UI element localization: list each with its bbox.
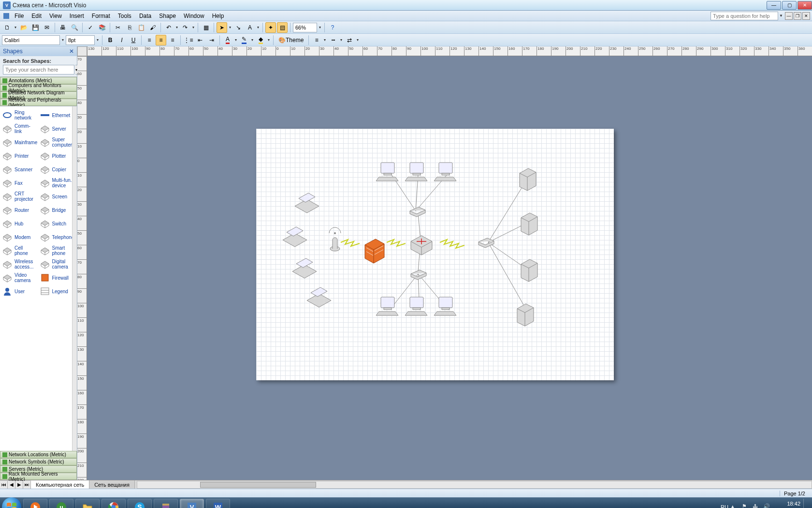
shapes-scrollbar[interactable] (72, 106, 77, 451)
shape-item-firewall[interactable]: Firewall (39, 271, 76, 284)
shape-item-legend[interactable]: Legend (39, 284, 76, 298)
shape-item-modem[interactable]: Modem (1, 230, 39, 244)
copy-button[interactable]: ⎘ (124, 22, 135, 33)
tab-nav-prev-button[interactable]: ◀ (8, 481, 15, 489)
pointer-dropdown-icon[interactable]: ▾ (228, 25, 232, 30)
shapes-window-button[interactable]: ▦ (201, 22, 211, 33)
email-button[interactable]: ✉ (42, 22, 52, 33)
stencil-bar[interactable]: Network Locations (Metric) (0, 451, 77, 458)
shape-item-smartphone[interactable]: Smart phone (39, 244, 76, 257)
print-preview-button[interactable]: 🔍 (69, 22, 80, 33)
shape-item-ring[interactable]: Ring network (1, 108, 39, 122)
redo-button[interactable]: ↷ (180, 22, 190, 33)
menu-edit[interactable]: Edit (28, 12, 45, 20)
font-size-dropdown-icon[interactable]: ▾ (96, 38, 100, 42)
show-desktop-button[interactable] (803, 499, 807, 508)
shape-item-wap[interactable]: Wireless access... (1, 257, 39, 271)
shapes-search-input[interactable] (3, 65, 74, 75)
shape-item-user[interactable]: User (1, 284, 39, 298)
new-button[interactable]: 🗋 (2, 22, 13, 33)
shape-item-hub[interactable]: Hub (1, 217, 39, 230)
shape-item-copier[interactable]: Copier (39, 163, 76, 176)
router-shape[interactable] (411, 236, 432, 255)
system-clock[interactable]: 18:42 24.02.2014 (774, 501, 800, 508)
drawing-canvas[interactable] (87, 56, 812, 480)
taskbar-winrar-button[interactable] (154, 499, 178, 508)
firewall-shape[interactable] (365, 239, 384, 263)
server-shape[interactable] (520, 168, 536, 191)
font-name-dropdown-icon[interactable]: ▾ (61, 38, 65, 42)
stamp-tool-button[interactable]: ▤ (277, 22, 288, 33)
tab-nav-last-button[interactable]: ⏭ (23, 481, 31, 489)
laptop-shape[interactable] (292, 258, 317, 278)
cut-button[interactable]: ✂ (113, 22, 123, 33)
align-right-button[interactable]: ≡ (167, 35, 178, 45)
wireless-ap-shape[interactable] (329, 227, 341, 251)
print-button[interactable]: 🖶 (58, 22, 68, 33)
menu-view[interactable]: View (45, 12, 66, 20)
pc-shape[interactable] (376, 163, 398, 181)
bold-button[interactable]: B (105, 35, 116, 45)
mdi-close-button[interactable]: ✕ (802, 12, 810, 20)
tray-flag-icon[interactable]: ⚑ (742, 503, 750, 508)
taskbar-word-button[interactable]: W (206, 499, 230, 508)
horizontal-scrollbar[interactable] (137, 481, 812, 489)
help-button[interactable]: ? (327, 22, 338, 33)
minimize-button[interactable]: — (767, 1, 781, 10)
spelling-button[interactable]: ✓ (85, 22, 96, 33)
shape-item-commlink[interactable]: Comm-link (1, 122, 39, 135)
shape-item-router[interactable]: Router (1, 203, 39, 217)
language-indicator[interactable]: RU (721, 504, 728, 508)
tab-nav-next-button[interactable]: ▶ (15, 481, 23, 489)
shape-item-ethernet[interactable]: Ethernet (39, 108, 76, 122)
shape-item-switch[interactable]: Switch (39, 217, 76, 230)
line-ends-dropdown-icon[interactable]: ▾ (356, 38, 360, 42)
server-shape[interactable] (521, 259, 537, 282)
taskbar-mediaplayer-button[interactable] (23, 499, 47, 508)
save-button[interactable]: 💾 (30, 22, 41, 33)
taskbar-explorer-button[interactable] (75, 499, 100, 508)
open-button[interactable]: 📂 (18, 22, 29, 33)
menu-file[interactable]: File (11, 12, 28, 20)
server-shape[interactable] (517, 304, 534, 326)
align-left-button[interactable]: ≡ (144, 35, 155, 45)
stencil-bar[interactable]: Network Symbols (Metric) (0, 458, 77, 465)
shape-item-mfd[interactable]: Multi-fun. device (39, 176, 76, 190)
menu-insert[interactable]: Insert (66, 12, 88, 20)
shape-item-crtproj[interactable]: CRT projector (1, 190, 39, 203)
drawing-page[interactable] (256, 129, 614, 380)
theme-button[interactable]: 🎨 Theme (276, 35, 306, 45)
text-dropdown-icon[interactable]: ▾ (256, 25, 260, 30)
fill-color-button[interactable]: ◆ (255, 35, 266, 45)
italic-button[interactable]: I (116, 35, 127, 45)
page-tab-inactive[interactable]: Сеть вещания (89, 480, 135, 489)
zoom-input[interactable] (293, 23, 317, 32)
shape-item-supercomp[interactable]: Super computer (39, 135, 76, 149)
pc-shape[interactable] (405, 297, 427, 315)
undo-button[interactable]: ↶ (163, 22, 174, 33)
pc-shape[interactable] (434, 163, 456, 181)
mdi-restore-button[interactable]: ❐ (794, 12, 801, 20)
font-color-dropdown-icon[interactable]: ▾ (234, 38, 238, 42)
laptop-shape[interactable] (283, 227, 307, 247)
increase-indent-button[interactable]: ⇥ (206, 35, 217, 45)
help-dropdown-icon[interactable]: ▼ (778, 14, 784, 18)
paste-button[interactable]: 📋 (136, 22, 146, 33)
research-button[interactable]: 📚 (97, 22, 107, 33)
pc-shape[interactable] (434, 297, 456, 315)
connection-point-tool-button[interactable]: ✦ (265, 22, 276, 33)
page-tab-active[interactable]: Компьютерная сеть (31, 480, 89, 489)
hub-shape[interactable] (478, 238, 494, 248)
line-color-dropdown-icon[interactable]: ▾ (250, 38, 254, 42)
new-dropdown-icon[interactable]: ▾ (14, 25, 17, 30)
laptop-shape[interactable] (307, 287, 331, 307)
close-button[interactable]: ✕ (798, 1, 812, 10)
line-weight-dropdown-icon[interactable]: ▾ (323, 38, 327, 42)
stencil-bar[interactable]: Rack Mounted Servers (Metric) (0, 473, 77, 480)
tray-volume-icon[interactable]: 🔊 (763, 503, 771, 508)
font-name-input[interactable] (2, 35, 60, 45)
shape-item-mainframe[interactable]: Mainframe (1, 135, 39, 149)
menu-tools[interactable]: Tools (114, 12, 135, 20)
shape-item-bridge[interactable]: Bridge (39, 203, 76, 217)
shape-item-camera[interactable]: Digital camera (39, 257, 76, 271)
